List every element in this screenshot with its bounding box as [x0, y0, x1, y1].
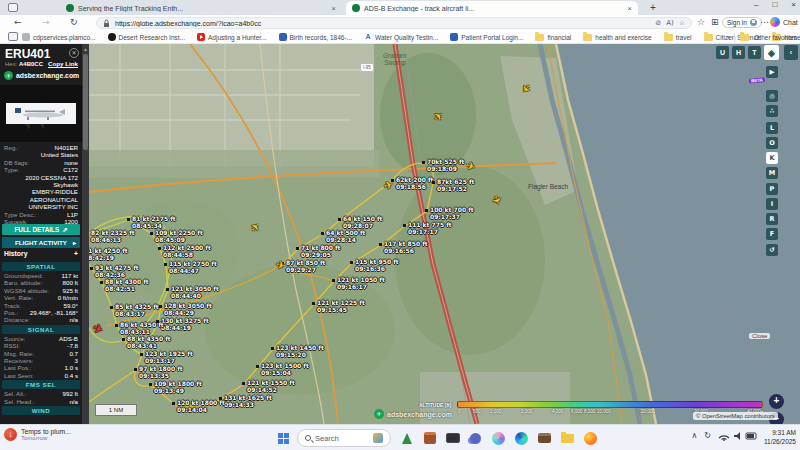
tab-close-icon[interactable]: × [331, 4, 336, 13]
close-tooltip[interactable]: Close [749, 333, 770, 339]
trail-point-label[interactable]: 64 kt 150 ft 09:28:07 [343, 215, 382, 229]
browser-tab-active[interactable]: ADS-B Exchange - track aircraft li... × [346, 1, 638, 15]
minimize-button[interactable]: – [754, 0, 758, 9]
new-tab-button[interactable]: + [650, 2, 656, 13]
toolbar-multiselect-button[interactable]: ∴ [766, 105, 778, 117]
sidebar-scrollbar[interactable]: ▲ [82, 44, 89, 424]
weather-widget[interactable]: ↓ Temps to plum... Tomorrow [4, 428, 71, 441]
trail-point-label[interactable]: 123 kt 1925 ft 09:13:17 [145, 350, 193, 364]
bookmark-item[interactable]: financial [535, 34, 571, 41]
toolbar-outlines-button[interactable]: O [766, 137, 778, 149]
toolbar-filter-button[interactable]: K [766, 152, 778, 164]
aircraft-photo[interactable] [6, 103, 76, 124]
more-menu-icon[interactable]: ⋯ [760, 17, 769, 27]
adsbexchange-brand[interactable]: ✈ adsbexchange.com [4, 71, 79, 80]
trail-point-label[interactable]: 121 kt 3050 ft 08:44:40 [171, 285, 219, 299]
zoom-in-button[interactable]: + [769, 394, 784, 409]
bookmark-item[interactable]: AWater Quality Testin... [364, 33, 438, 41]
app-photos-icon[interactable] [445, 431, 460, 446]
osm-attribution[interactable]: © OpenStreetMap contributors [693, 412, 778, 420]
toolbar-route-button[interactable]: R [766, 213, 778, 225]
trail-point-label[interactable]: 64 kt 500 ft 09:28:14 [326, 229, 365, 243]
trail-point-label[interactable]: 91 kt 4250 ft 08:42:19 [84, 247, 128, 261]
trail-point-label[interactable]: 117 kt 850 ft 09:16:56 [384, 240, 428, 254]
trail-point-label[interactable]: 128 kt 3050 ft 08:44:29 [164, 302, 212, 316]
trail-point-label[interactable]: 87kt 625 ft 09:17:52 [437, 178, 474, 192]
map-button-h[interactable]: H [732, 46, 745, 59]
toolbar-follow-button[interactable]: ◎ [766, 90, 778, 102]
tray-status-icons[interactable] [718, 430, 758, 441]
forward-button[interactable]: → [42, 17, 50, 27]
trail-point-label[interactable]: 88 kt 4300 ft 08:42:51 [105, 278, 149, 292]
taskbar-search[interactable]: Search [297, 429, 391, 447]
trail-point-label[interactable]: 71 kt 800 ft 09:29:05 [301, 244, 340, 258]
bookmark-item[interactable]: health and exercise [583, 34, 651, 41]
back-button[interactable]: ← [14, 17, 22, 27]
trail-point-label[interactable]: 97 kt 1800 ft 09:13:35 [139, 365, 183, 379]
trail-point-label[interactable]: 123 kt 1450 ft 09:15:20 [276, 344, 324, 358]
trail-point-label[interactable]: 86 kt 4350 ft 08:43:11 [120, 321, 164, 335]
trail-point-label[interactable]: 112 kt 2500 ft 08:44:58 [163, 244, 211, 258]
tray-chevron-icon[interactable]: ∧ [691, 431, 697, 440]
chat-button[interactable]: Chat [770, 17, 798, 27]
trail-point-label[interactable]: 115 kt 2750 ft 08:44:47 [169, 260, 217, 274]
toolbar-fullscreen-button[interactable]: F [766, 228, 778, 240]
app-copilot-icon[interactable] [491, 431, 506, 446]
trail-point-label[interactable]: 85 kt 4325 ft 08:43:17 [115, 303, 159, 317]
refresh-button[interactable]: ↻ [70, 17, 78, 27]
layers-button[interactable]: ◈ [764, 45, 779, 60]
map-button-u[interactable]: U [716, 46, 729, 59]
toolbar-map-style-button[interactable]: M [766, 167, 778, 179]
toolbar-history-button[interactable]: ↺ [766, 244, 778, 256]
read-aloud-icon[interactable]: A) [666, 19, 674, 27]
toolbar-isolate-button[interactable]: I [766, 198, 778, 210]
trail-point-label[interactable]: 109 kt 1800 ft 09:13:49 [154, 380, 202, 394]
trail-point-label[interactable]: 123 kt 1500 ft 09:15:04 [261, 362, 309, 376]
bookmark-item[interactable]: Patient Portal Login... [450, 33, 523, 41]
start-button[interactable] [278, 433, 289, 444]
app-store-icon[interactable] [422, 431, 437, 446]
bookmarks-overflow-icon[interactable]: › [727, 34, 729, 41]
toolbar-replay-button[interactable]: ▶ [766, 66, 778, 78]
blocked-icon[interactable]: ⊘ [655, 19, 661, 27]
trail-point-label[interactable]: 121 kt 1225 ft 09:15:45 [317, 299, 365, 313]
toolbar-labels-button[interactable]: L [766, 122, 778, 134]
flight-activity-button[interactable]: FLIGHT ACTIVITY ▸ [2, 237, 80, 248]
trail-point-label[interactable]: 62kt 200 ft 09:18:56 [396, 176, 433, 190]
trail-point-label[interactable]: 130 kt 3275 ft 08:44:19 [161, 317, 209, 331]
address-bar[interactable]: https://globe.adsbexchange.com/?icao=a4b… [96, 17, 692, 29]
maximize-button[interactable]: □ [772, 0, 777, 9]
app-firefox-icon[interactable] [583, 431, 598, 446]
trail-point-label[interactable]: 100 kt 700 ft 09:17:37 [430, 206, 474, 220]
app-folder-icon[interactable] [560, 431, 575, 446]
copy-link[interactable]: Copy Link [48, 60, 78, 67]
trail-point-label[interactable]: 115 kt 950 ft 09:16:36 [355, 258, 399, 272]
favorites-icon[interactable]: ☆ [697, 17, 705, 27]
sign-in-button[interactable]: Sign in [722, 17, 762, 28]
tab-close-icon[interactable]: × [627, 4, 632, 13]
other-favorites[interactable]: Other favorites [754, 34, 797, 41]
favorite-star-icon[interactable]: ☆ [679, 19, 685, 27]
scrollbar-thumb[interactable] [83, 54, 88, 150]
trail-point-label[interactable]: 87 kt 850 ft 09:29:27 [286, 259, 325, 273]
app-file-explorer-icon[interactable] [537, 431, 552, 446]
bookmarks-sidebar-icon[interactable] [8, 32, 18, 41]
trail-point-label[interactable]: 121 kt 1050 ft 09:16:17 [337, 276, 385, 290]
close-button[interactable]: × [791, 0, 796, 9]
browser-tab-inactive[interactable]: Serving the Flight Tracking Enth... × [60, 1, 342, 15]
map-canvas[interactable] [0, 0, 800, 450]
app-teams-icon[interactable] [468, 431, 483, 446]
trail-point-label[interactable]: 70kt 525 ft 09:18:09 [427, 158, 464, 172]
app-edge-icon[interactable] [514, 431, 529, 446]
app-tree-icon[interactable] [399, 431, 414, 446]
map-button-t[interactable]: T [748, 46, 761, 59]
trail-point-label[interactable]: 88 kt 4350 ft 08:43:41 [127, 335, 171, 349]
scroll-up-icon[interactable]: ▲ [83, 46, 88, 52]
trail-point-label[interactable]: 93 kt 4275 ft 08:42:36 [95, 264, 139, 278]
full-details-button[interactable]: FULL DETAILS ⇗ [2, 224, 80, 235]
trail-point-label[interactable]: 81 kt 2175 ft 08:45:34 [132, 215, 176, 229]
collections-icon[interactable]: ⊞ [711, 17, 719, 27]
bookmark-item[interactable]: Desert Research Inst... [108, 33, 185, 41]
toolbar-persistence-button[interactable]: P [766, 183, 778, 195]
bookmark-item[interactable]: cdpservices.plamco... [22, 33, 96, 41]
